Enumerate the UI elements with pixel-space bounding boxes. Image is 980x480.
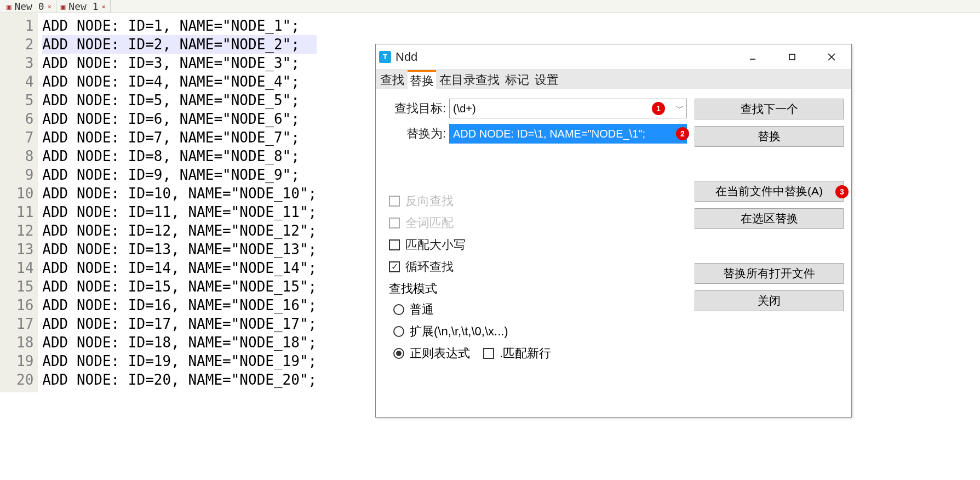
checkbox-reverse-label: 反向查找 [405,193,454,209]
tab-settings[interactable]: 设置 [532,71,561,89]
close-button[interactable] [821,49,843,65]
minimize-button[interactable] [742,49,764,65]
code-line[interactable]: ADD NODE: ID=18, NAME="NODE_18"; [42,333,317,352]
code-line[interactable]: ADD NODE: ID=7, NAME="NODE_7"; [42,128,317,147]
svg-rect-1 [789,54,795,60]
code-line[interactable]: ADD NODE: ID=3, NAME="NODE_3"; [42,54,317,72]
checkbox-reverse [389,196,400,207]
tab-new-0[interactable]: ▣ New 0 ✕ [2,0,56,13]
radio-normal-label: 普通 [410,301,434,318]
maximize-button[interactable] [781,49,803,65]
radio-regex[interactable] [393,348,404,359]
code-line[interactable]: ADD NODE: ID=9, NAME="NODE_9"; [42,165,317,184]
search-mode-heading: 查找模式 [389,281,687,297]
dialog-title: Ndd [396,50,417,64]
code-line[interactable]: ADD NODE: ID=6, NAME="NODE_6"; [42,110,317,128]
code-line[interactable]: ADD NODE: ID=10, NAME="NODE_10"; [42,184,317,203]
line-number-gutter: 1 2 3 4 5 6 7 8 9 10 11 12 13 14 15 16 1… [0,13,38,392]
replace-all-open-files-button[interactable]: 替换所有打开文件 [695,263,844,284]
callout-badge-1: 1 [652,102,665,115]
checkbox-wrap[interactable] [389,261,400,272]
tab-new-1[interactable]: ▣ New 1 ✕ [56,0,111,13]
tab-label: New 0 [14,1,44,12]
code-line[interactable]: ADD NODE: ID=2, NAME="NODE_2"; [42,35,317,54]
code-line[interactable]: ADD NODE: ID=1, NAME="NODE_1"; [42,16,317,35]
close-icon[interactable]: ✕ [101,3,105,10]
tab-label: New 1 [68,1,98,12]
tab-bar: ▣ New 0 ✕ ▣ New 1 ✕ [0,0,980,13]
tab-find[interactable]: 查找 [378,71,406,89]
replace-button[interactable]: 替换 [695,126,844,147]
callout-badge-3: 3 [835,185,849,198]
close-dialog-button[interactable]: 关闭 [695,290,844,311]
code-line[interactable]: ADD NODE: ID=20, NAME="NODE_20"; [42,370,317,389]
code-line[interactable]: ADD NODE: ID=5, NAME="NODE_5"; [42,91,317,110]
find-input[interactable] [449,99,687,118]
code-line[interactable]: ADD NODE: ID=4, NAME="NODE_4"; [42,72,317,91]
dialog-tabs: 查找 替换 在目录查找 标记 设置 [376,69,851,89]
find-label: 查找目标: [383,100,449,117]
code-line[interactable]: ADD NODE: ID=15, NAME="NODE_15"; [42,277,317,296]
code-line[interactable]: ADD NODE: ID=16, NAME="NODE_16"; [42,296,317,315]
replace-label: 替换为: [383,125,449,142]
code-line[interactable]: ADD NODE: ID=19, NAME="NODE_19"; [42,352,317,370]
radio-normal[interactable] [393,304,404,315]
replace-input[interactable] [449,124,687,144]
close-icon[interactable]: ✕ [48,3,51,10]
code-line[interactable]: ADD NODE: ID=8, NAME="NODE_8"; [42,147,317,165]
code-line[interactable]: ADD NODE: ID=13, NAME="NODE_13"; [42,240,317,259]
replace-in-selection-button[interactable]: 在选区替换 [695,208,844,229]
code-area[interactable]: ADD NODE: ID=1, NAME="NODE_1";ADD NODE: … [38,13,317,392]
checkbox-matchcase[interactable] [389,239,400,250]
code-line[interactable]: ADD NODE: ID=12, NAME="NODE_12"; [42,221,317,240]
tab-mark[interactable]: 标记 [503,71,531,89]
checkbox-matchcase-label: 匹配大小写 [405,237,466,253]
radio-extended-label: 扩展(\n,\r,\t,\0,\x...) [410,323,508,340]
radio-extended[interactable] [393,326,404,337]
tab-replace[interactable]: 替换 [408,70,436,90]
replace-all-in-file-button[interactable]: 在当前文件中替换(A) 3 [695,181,844,202]
window-controls [742,49,848,65]
radio-regex-label: 正则表达式 [410,345,470,362]
code-line[interactable]: ADD NODE: ID=14, NAME="NODE_14"; [42,259,317,277]
find-next-button[interactable]: 查找下一个 [695,99,844,119]
checkbox-wholeword-label: 全词匹配 [405,215,454,231]
checkbox-wholeword [389,218,400,228]
dialog-app-icon: T [379,51,391,63]
chevron-down-icon[interactable]: ﹀ [676,104,684,113]
dialog-titlebar[interactable]: T Ndd [376,44,851,69]
find-replace-dialog: T Ndd 查找 替换 在目录查找 标记 设置 查找目标: ﹀ [375,44,852,418]
checkbox-dot-newline[interactable] [483,348,494,359]
unsaved-icon: ▣ [61,2,65,11]
checkbox-wrap-label: 循环查找 [405,259,454,275]
callout-badge-2: 2 [676,127,689,140]
tab-find-in-dir[interactable]: 在目录查找 [437,71,502,89]
code-line[interactable]: ADD NODE: ID=11, NAME="NODE_11"; [42,203,317,221]
code-line[interactable]: ADD NODE: ID=17, NAME="NODE_17"; [42,315,317,333]
unsaved-icon: ▣ [7,2,11,11]
checkbox-dot-newline-label: .匹配新行 [500,345,551,362]
